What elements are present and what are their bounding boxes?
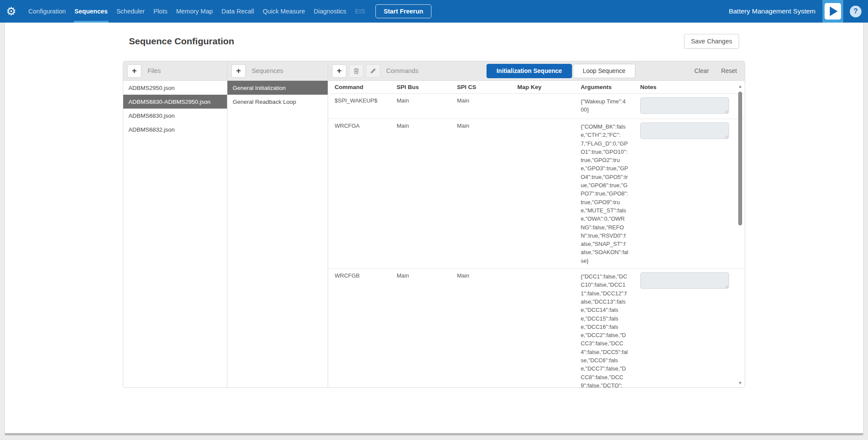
file-item[interactable]: ADBMS6832.json (123, 122, 227, 136)
files-list: ADBMS2950.json ADBMS6830-ADBMS2950.json … (123, 81, 227, 387)
col-header-map-key: Map Key (517, 84, 581, 90)
col-header-notes: Notes (640, 84, 745, 90)
cell-spi-cs: Main (457, 272, 517, 387)
trash-icon (353, 68, 359, 74)
page-card: Sequence Configuration Save Changes + Fi… (4, 23, 864, 436)
col-header-arguments: Arguments (581, 84, 640, 90)
cell-spi-cs: Main (457, 97, 517, 115)
files-panel-header: + Files (123, 61, 227, 81)
sequence-type-tabs: Initialization Sequence Loop Sequence (487, 64, 635, 78)
sequences-panel-header: + Sequences (227, 61, 328, 81)
page-title: Sequence Configuration (129, 36, 234, 46)
add-command-button[interactable]: + (332, 65, 346, 77)
settings-gear-icon[interactable]: ⚙ (6, 6, 16, 17)
cell-map-key (517, 272, 581, 387)
sequences-panel-title: Sequences (252, 67, 283, 74)
nav-item-sequences[interactable]: Sequences (70, 0, 112, 23)
help-icon[interactable]: ? (850, 6, 861, 17)
add-sequence-button[interactable]: + (232, 65, 245, 77)
file-item-selected[interactable]: ADBMS6830-ADBMS2950.json (123, 95, 227, 109)
cell-command: $SPI_WAKEUP$ (335, 97, 397, 115)
commands-table: Command SPI Bus SPI CS Map Key Arguments… (328, 81, 745, 387)
col-header-spi-bus: SPI Bus (397, 84, 457, 90)
commands-panel-title: Commands (386, 67, 418, 74)
col-header-command: Command (335, 84, 397, 90)
nav-item-diagnostics[interactable]: Diagnostics (309, 0, 351, 23)
sequence-item[interactable]: General Readback Loop (227, 95, 328, 109)
notes-input[interactable] (640, 122, 729, 139)
nav-item-plots[interactable]: Plots (149, 0, 171, 23)
cell-spi-bus: Main (397, 97, 457, 115)
table-actions: Clear Reset (682, 67, 737, 74)
app-logo[interactable] (822, 0, 843, 23)
save-changes-button[interactable]: Save Changes (684, 34, 739, 49)
files-panel: + Files ADBMS2950.json ADBMS6830-ADBMS29… (123, 61, 227, 387)
top-navbar: ⚙ Configuration Sequences Scheduler Plot… (0, 0, 868, 23)
panels-area: + Files ADBMS2950.json ADBMS6830-ADBMS29… (123, 61, 745, 388)
cell-spi-bus: Main (397, 272, 457, 387)
cell-arguments: {"COMM_BK":false,"CTH":2,"FC":7,"FLAG_D"… (581, 122, 628, 265)
start-freerun-button[interactable]: Start Freerun (375, 4, 431, 18)
cell-spi-cs: Main (457, 122, 517, 265)
nav-item-memory-map[interactable]: Memory Map (172, 0, 217, 23)
scroll-up-icon[interactable]: ▲ (737, 84, 743, 89)
sequences-panel: + Sequences General Initialization Gener… (227, 61, 328, 387)
cell-spi-bus: Main (397, 122, 457, 265)
brand-title: Battery Management System (729, 7, 815, 15)
pencil-icon (370, 68, 376, 74)
vertical-scrollbar[interactable]: ▲ ▼ (737, 83, 743, 386)
nav-item-quick-measure[interactable]: Quick Measure (258, 0, 309, 23)
play-logo-icon (825, 3, 841, 20)
nav-item-scheduler[interactable]: Scheduler (112, 0, 149, 23)
nav-item-configuration[interactable]: Configuration (24, 0, 70, 23)
cell-command: WRCFGB (335, 272, 397, 387)
file-item[interactable]: ADBMS6830.json (123, 109, 227, 122)
notes-input[interactable] (640, 97, 729, 114)
cell-map-key (517, 122, 581, 265)
navbar-right: Battery Management System ? (729, 0, 868, 23)
notes-input[interactable] (640, 272, 729, 289)
cell-map-key (517, 97, 581, 115)
sequences-list: General Initialization General Readback … (227, 81, 328, 387)
cell-command: WRCFGA (335, 122, 397, 265)
add-file-button[interactable]: + (128, 65, 141, 77)
table-row[interactable]: $SPI_WAKEUP$ Main Main {"Wakeup Time":40… (328, 94, 745, 119)
commands-table-header: Command SPI Bus SPI CS Map Key Arguments… (328, 81, 745, 94)
reset-button[interactable]: Reset (721, 67, 737, 74)
scrollbar-thumb[interactable] (738, 92, 742, 225)
commands-panel-header: + Commands Initialization Sequence (328, 61, 745, 81)
edit-command-button[interactable] (366, 65, 380, 77)
clear-button[interactable]: Clear (694, 67, 709, 74)
tab-loop-sequence[interactable]: Loop Sequence (573, 64, 635, 78)
table-row[interactable]: WRCFGA Main Main {"COMM_BK":false,"CTH":… (328, 119, 745, 269)
cell-arguments: {"Wakeup Time":400} (581, 97, 628, 114)
table-row[interactable]: WRCFGB Main Main {"DCC1":false,"DCC10":f… (328, 269, 745, 387)
col-header-spi-cs: SPI CS (457, 84, 517, 90)
window-bottom-edge (5, 433, 863, 435)
delete-command-button[interactable] (349, 65, 363, 77)
files-panel-title: Files (148, 67, 161, 74)
tab-initialization-sequence[interactable]: Initialization Sequence (487, 64, 572, 78)
sequence-item-selected[interactable]: General Initialization (227, 81, 328, 95)
file-item[interactable]: ADBMS2950.json (123, 81, 227, 95)
nav-item-eis: EIS (351, 0, 369, 23)
nav-item-data-recall[interactable]: Data Recall (217, 0, 258, 23)
cell-arguments: {"DCC1":false,"DCC10":false,"DCC11":fals… (581, 272, 628, 387)
commands-panel: + Commands Initialization Sequence (328, 61, 745, 387)
nav-menu: Configuration Sequences Scheduler Plots … (24, 0, 369, 23)
scroll-down-icon[interactable]: ▼ (737, 380, 743, 386)
